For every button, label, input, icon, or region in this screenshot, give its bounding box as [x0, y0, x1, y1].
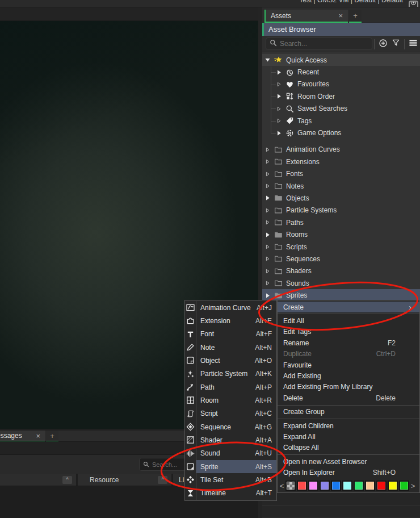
create-submenu-item-tile-set[interactable]: Tile SetAlt+B — [185, 473, 276, 486]
tree-item-paths[interactable]: Paths — [262, 216, 420, 228]
create-submenu-item-object[interactable]: ObjectAlt+O — [185, 354, 276, 367]
tab-messages[interactable]: Messages × — [0, 431, 45, 442]
triangle-down-icon[interactable] — [264, 57, 270, 62]
create-submenu-item-animation-curve[interactable]: Animation CurveAlt+J — [185, 301, 276, 314]
triangle-right-hollow-icon[interactable] — [264, 256, 270, 261]
palette-prev-button[interactable]: < — [279, 482, 284, 490]
tree-item-rooms[interactable]: Rooms — [262, 228, 420, 240]
palette-swatch-4[interactable] — [320, 481, 330, 491]
add-filter-button[interactable] — [379, 39, 388, 50]
tree-item-quick-access[interactable]: Quick Access — [262, 54, 420, 66]
create-submenu-item-note[interactable]: NoteAlt+N — [185, 341, 276, 354]
tree-item-sounds[interactable]: Sounds — [262, 277, 420, 289]
messages-new-tab-button[interactable]: + — [46, 431, 58, 442]
asset-search-input[interactable] — [280, 40, 368, 48]
palette-swatch-3[interactable] — [308, 481, 318, 491]
create-submenu-item-font[interactable]: FontAlt+F — [185, 328, 276, 341]
palette-swatch-1[interactable] — [285, 481, 296, 491]
target-device-button[interactable] — [409, 1, 418, 7]
create-submenu-item-timeline[interactable]: TimelineAlt+T — [185, 487, 276, 500]
triangle-right-hollow-icon[interactable] — [264, 183, 270, 189]
triangle-right-hollow-icon[interactable] — [264, 220, 270, 225]
tab-assets[interactable]: Assets × — [264, 10, 348, 23]
triangle-right-filled-icon[interactable] — [264, 232, 270, 237]
triangle-right-hollow-icon[interactable] — [264, 159, 270, 164]
palette-swatch-10[interactable] — [388, 481, 398, 491]
tree-item-particle-systems[interactable]: Particle Systems — [262, 204, 420, 216]
triangle-right-hollow-icon[interactable] — [264, 244, 270, 249]
triangle-right-filled-icon[interactable] — [276, 131, 282, 136]
create-submenu-item-room[interactable]: RoomAlt+R — [185, 394, 276, 407]
context-menu-item-open-in-new-asset-browser[interactable]: Open in new Asset Browser — [278, 456, 419, 467]
context-menu-item-expand-all[interactable]: Expand All — [278, 431, 419, 442]
triangle-right-filled-icon[interactable] — [264, 293, 270, 298]
triangle-right-hollow-icon[interactable] — [264, 172, 270, 177]
context-menu-item-add-existing-from-my-library[interactable]: Add Existing From My Library — [278, 382, 419, 392]
triangle-right-filled-icon[interactable] — [276, 94, 282, 99]
context-menu-item-rename[interactable]: RenameF2 — [278, 337, 419, 348]
tree-item-room-order[interactable]: Room Order — [262, 90, 420, 102]
asset-browser-new-tab-button[interactable]: + — [349, 10, 362, 23]
palette-swatch-6[interactable] — [342, 481, 352, 491]
context-menu-item-edit-all[interactable]: Edit All — [278, 315, 419, 326]
tree-item-notes[interactable]: Notes — [262, 180, 420, 192]
sort-button[interactable]: ^ — [62, 476, 72, 484]
create-submenu-item-shader[interactable]: ShaderAlt+A — [185, 433, 276, 446]
create-submenu-item-sequence[interactable]: SequenceAlt+G — [185, 420, 276, 433]
context-menu-item-delete[interactable]: DeleteDelete — [278, 392, 419, 403]
palette-swatch-9[interactable] — [376, 481, 387, 491]
context-menu-item-edit-tags[interactable]: Edit Tags — [278, 327, 419, 337]
context-menu-item-open-in-explorer[interactable]: Open In ExplorerShift+O — [278, 467, 419, 478]
create-submenu-item-sprite[interactable]: SpriteAlt+S — [185, 460, 276, 473]
filter-icon[interactable] — [392, 39, 400, 49]
close-icon[interactable]: × — [338, 12, 343, 19]
palette-swatch-2[interactable] — [297, 481, 307, 491]
create-submenu-item-sound[interactable]: SoundAlt+U — [185, 447, 276, 460]
context-menu-item-create-group[interactable]: Create Group — [278, 407, 419, 417]
create-submenu-item-particle-system[interactable]: Particle SystemAlt+K — [185, 367, 276, 381]
tree-item-animation-curves[interactable]: Animation Curves — [262, 144, 420, 156]
tree-item-recent[interactable]: Recent — [262, 66, 420, 78]
context-menu-item-favourite[interactable]: Favourite — [278, 360, 419, 370]
tree-item-extensions[interactable]: Extensions — [262, 156, 420, 168]
tree-item-saved-searches[interactable]: Saved Searches — [262, 103, 420, 115]
palette-swatch-5[interactable] — [331, 481, 341, 491]
context-menu-item-add-existing[interactable]: Add Existing — [278, 370, 419, 381]
tree-item-scripts[interactable]: Scripts — [262, 241, 420, 253]
create-submenu-item-script[interactable]: ScriptAlt+C — [185, 407, 276, 420]
tree-item-label: Room Order — [297, 93, 335, 101]
close-icon[interactable]: × — [36, 432, 40, 440]
palette-swatch-7[interactable] — [354, 481, 364, 491]
messages-search-box[interactable] — [139, 458, 190, 471]
tree-item-sequences[interactable]: Sequences — [262, 253, 420, 265]
create-submenu-item-extension[interactable]: ExtensionAlt+E — [185, 314, 276, 327]
tree-item-tags[interactable]: Tags — [262, 115, 420, 127]
tree-item-label: Tags — [297, 117, 312, 125]
tree-item-objects[interactable]: Objects — [262, 192, 420, 204]
tree-item-game-options[interactable]: Game Options — [262, 127, 420, 139]
hamburger-menu-icon[interactable] — [409, 39, 418, 49]
column-header-resource[interactable]: Resource ^ — [78, 474, 173, 486]
messages-search-input[interactable] — [152, 461, 186, 468]
context-menu-item-create[interactable]: Create› — [278, 302, 419, 312]
triangle-right-hollow-icon[interactable] — [276, 82, 282, 87]
context-menu-item-expand-children[interactable]: Expand Children — [278, 420, 419, 431]
palette-swatch-11[interactable] — [399, 481, 409, 491]
create-submenu-item-path[interactable]: PathAlt+P — [185, 381, 276, 394]
triangle-right-hollow-icon[interactable] — [264, 281, 270, 286]
tree-item-shaders[interactable]: Shaders — [262, 265, 420, 277]
triangle-right-filled-icon[interactable] — [264, 195, 270, 200]
sort-button[interactable]: ^ — [158, 476, 167, 484]
triangle-right-hollow-icon[interactable] — [264, 208, 270, 213]
palette-next-button[interactable]: > — [410, 482, 415, 490]
context-menu-item-collapse-all[interactable]: Collapse All — [278, 442, 419, 453]
tree-item-fonts[interactable]: Fonts — [262, 168, 420, 180]
triangle-right-hollow-icon[interactable] — [264, 147, 270, 152]
asset-search-box[interactable] — [266, 37, 372, 50]
tree-item-favourites[interactable]: Favourites — [262, 78, 420, 90]
triangle-right-filled-icon[interactable] — [276, 70, 282, 75]
palette-swatch-8[interactable] — [365, 481, 375, 491]
triangle-right-hollow-icon[interactable] — [264, 269, 270, 274]
triangle-right-hollow-icon[interactable] — [276, 118, 282, 123]
triangle-right-hollow-icon[interactable] — [276, 106, 282, 111]
